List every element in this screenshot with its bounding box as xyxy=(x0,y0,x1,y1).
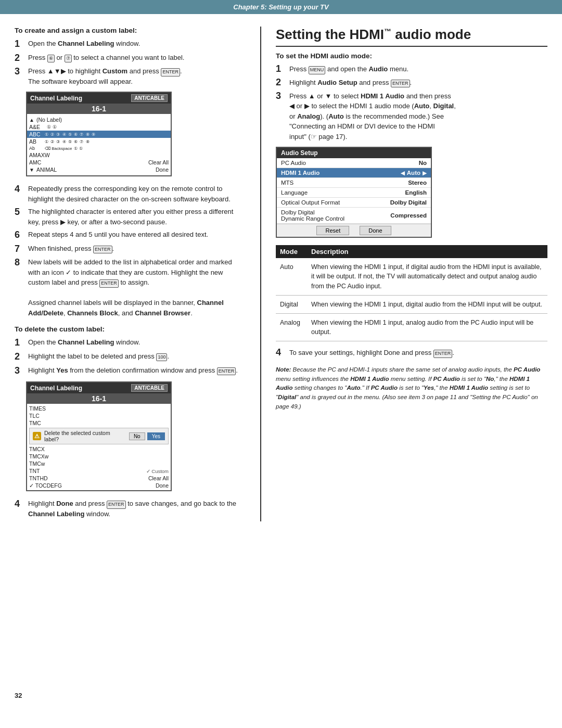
cl2-row-tnt: TNT ✓ Custom xyxy=(27,467,171,475)
channel-labeling-box-2: Channel Labeling ANT/CABLE 16-1 TIMES TL… xyxy=(26,381,172,491)
right-step-3: 3 Press ▲ or ▼ to select HDMI 1 Audio an… xyxy=(276,91,547,142)
cl2-title-text: Channel Labeling xyxy=(30,385,82,392)
mode-row-auto: Auto When viewing the HDMI 1 input, if d… xyxy=(276,258,547,295)
del-step-3-content: Highlight Yes from the deletion confirma… xyxy=(28,365,238,376)
cl-animal: ANIMAL xyxy=(36,167,156,173)
del-step-num-4: 4 xyxy=(15,499,24,510)
cl2-clearall: Clear All xyxy=(148,475,169,481)
right-arrow-icon: ▶ xyxy=(423,170,427,176)
delete-section: To delete the custom label: 1 Open the C… xyxy=(15,325,244,519)
cl-row-arrow-up: ▲ (No Label) xyxy=(27,116,171,123)
right-step-num-3: 3 xyxy=(276,91,285,101)
audio-row-language: Language English xyxy=(277,188,431,198)
cl2-body: TIMES TLC TMC ⚠ Delete the selected cust… xyxy=(27,404,171,490)
create-section: To create and assign a custom label: 1 O… xyxy=(15,27,244,318)
right-step-4-content: To save your settings, highlight Done an… xyxy=(289,348,454,358)
hdmi1-auto: Auto xyxy=(407,170,420,176)
del-step-4-content: Highlight Done and press ENTER to save c… xyxy=(28,499,244,519)
cl2-tmc: TMC xyxy=(29,420,169,426)
mode-analog: Analog xyxy=(276,313,307,341)
cl-letter-abc: ABC xyxy=(29,131,45,137)
language-value: English xyxy=(405,189,427,196)
step-1-content: Open the Channel Labeling window. xyxy=(28,39,140,49)
right-step-num-2: 2 xyxy=(276,78,285,88)
cl-row-ae: A&E ① ① xyxy=(27,123,171,131)
mode-digital: Digital xyxy=(276,295,307,313)
step-6-content: Repeat steps 4 and 5 until you have ente… xyxy=(28,229,208,240)
cl2-tnt: TNT xyxy=(29,468,146,474)
cl2-tmcx: TMCX xyxy=(29,446,169,452)
cl-row-amaxw: AMAXW xyxy=(27,151,171,159)
right-steps-list: 1 Press MENU and open the Audio menu. 2 … xyxy=(276,64,547,142)
del-step-num-2: 2 xyxy=(15,351,24,363)
desc-auto: When viewing the HDMI 1 input, if digita… xyxy=(307,258,547,295)
cl2-done: Done xyxy=(156,482,169,489)
chapter-title: Chapter 5: Setting up your TV xyxy=(233,3,328,11)
audio-row-hdmi1: HDMI 1 Audio ◀ Auto ▶ xyxy=(277,168,431,178)
ant-cable-badge: ANT/CABLE xyxy=(131,94,168,102)
create-step-4: 4 Repeatedly press the corresponding key… xyxy=(15,184,244,204)
delete-steps-list: 1 Open the Channel Labeling window. 2 Hi… xyxy=(15,337,244,376)
step-num-1: 1 xyxy=(15,39,24,50)
del-step-num-3: 3 xyxy=(15,365,24,377)
cl-done: Done xyxy=(156,167,169,173)
delete-step-4: 4 Highlight Done and press ENTER to save… xyxy=(15,499,244,519)
step-num-3: 3 xyxy=(15,66,24,78)
confirm-yes-button[interactable]: Yes xyxy=(147,432,165,440)
channel-num-display-1: 16-1 xyxy=(27,104,171,114)
page-number: 32 xyxy=(15,692,22,699)
step-2-content: Press ⑥ or ⑦ to select a channel you wan… xyxy=(28,53,184,63)
cl-zero: ① ① xyxy=(74,146,82,151)
audio-setup-box: Audio Setup PC Audio No HDMI 1 Audio ◀ A… xyxy=(276,147,432,238)
cl2-row-tmcxw: TMCXw xyxy=(27,453,171,460)
step-num-7: 7 xyxy=(15,244,24,255)
right-step-4: 4 To save your settings, highlight Done … xyxy=(276,348,547,358)
right-step-2-content: Highlight Audio Setup and press ENTER. xyxy=(289,78,412,88)
right-step-1: 1 Press MENU and open the Audio menu. xyxy=(276,64,547,74)
audio-setup-footer: Reset Done xyxy=(277,224,431,237)
confirm-no-button[interactable]: No xyxy=(129,432,145,440)
create-step-6: 6 Repeat steps 4 and 5 until you have en… xyxy=(15,229,244,241)
cl2-row-times: TIMES xyxy=(27,405,171,412)
hdmi1-label: HDMI 1 Audio xyxy=(281,170,401,176)
optical-value: Dolby Digital xyxy=(390,199,427,206)
cl-letter-ab: AB xyxy=(29,138,45,145)
step-3-content: Press ▲▼▶ to highlight Custom and press … xyxy=(28,66,182,86)
right-column: Setting the HDMI™ audio mode To set the … xyxy=(260,27,547,521)
step-8-content: New labels will be added to the list in … xyxy=(28,257,244,318)
mts-label: MTS xyxy=(281,180,408,186)
step-7-content: When finished, press ENTER. xyxy=(28,244,114,254)
audio-row-mts: MTS Stereo xyxy=(277,178,431,188)
reset-button[interactable]: Reset xyxy=(316,226,349,235)
dolby-label: Dolby DigitalDynamic Range Control xyxy=(281,209,390,222)
mode-row-analog: Analog When viewing the HDMI 1 input, an… xyxy=(276,313,547,341)
left-arrow-icon: ◀ xyxy=(401,170,405,176)
cl2-row-tnthd: TNTHD Clear All xyxy=(27,475,171,482)
cl2-times: TIMES xyxy=(29,405,169,412)
delete-confirm-bar: ⚠ Delete the selected custom label? No Y… xyxy=(29,428,169,444)
note-text: Note: Because the PC and HDMI-1 inputs s… xyxy=(276,365,547,412)
create-steps-4-8: 4 Repeatedly press the corresponding key… xyxy=(15,184,244,318)
step-num-5: 5 xyxy=(15,207,24,218)
arrow-up-icon: ▲ xyxy=(29,117,36,123)
create-heading: To create and assign a custom label: xyxy=(15,27,244,34)
cl-letter-ah: Ab xyxy=(29,146,45,151)
delete-step-2: 2 Highlight the label to be deleted and … xyxy=(15,351,244,363)
cl-amc: AMC xyxy=(29,159,148,165)
right-section-heading: To set the HDMI audio mode: xyxy=(276,52,547,60)
cl2-tocdefg: ✓ TOCDEFG xyxy=(29,482,156,489)
language-label: Language xyxy=(281,189,405,196)
done-button[interactable]: Done xyxy=(360,226,391,235)
del-step-2-content: Highlight the label to be deleted and pr… xyxy=(28,351,169,362)
warn-icon: ⚠ xyxy=(33,432,41,440)
cl-num-1: ① ① xyxy=(47,124,57,130)
create-step-2: 2 Press ⑥ or ⑦ to select a channel you w… xyxy=(15,53,244,64)
cl-row-ab: AB ① ② ③ ④ ⑤ ⑥ ⑦ ⑧ xyxy=(27,138,171,145)
page-wrapper: Chapter 5: Setting up your TV To create … xyxy=(0,0,562,708)
desc-digital: When viewing the HDMI 1 input, digital a… xyxy=(307,295,547,313)
mode-col-header: Mode xyxy=(276,245,307,258)
description-col-header: Description xyxy=(307,245,547,258)
step-num-8: 8 xyxy=(15,257,24,269)
del-step-num-1: 1 xyxy=(15,337,24,349)
create-step-3: 3 Press ▲▼▶ to highlight Custom and pres… xyxy=(15,66,244,86)
